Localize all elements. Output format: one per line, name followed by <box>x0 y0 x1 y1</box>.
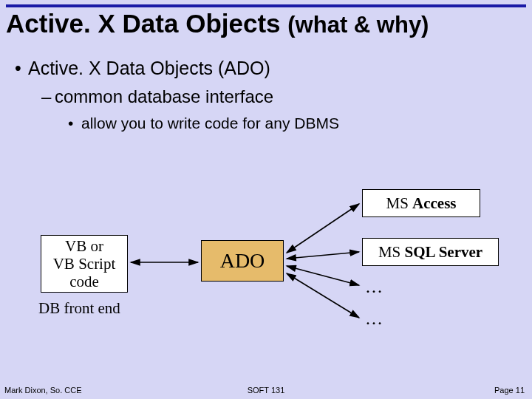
footer-course: SOFT 131 <box>0 386 532 395</box>
slide: Active. X Data Objects (what & why) •Act… <box>0 0 532 399</box>
arrow-ado-to-sqlserver <box>287 252 359 259</box>
bullet-list: •Active. X Data Objects (ADO) –common da… <box>15 58 339 140</box>
title-rule <box>6 4 526 7</box>
footer-page: Page 11 <box>494 386 525 395</box>
bullet-3-text: allow you to write code for any DBMS <box>81 115 339 132</box>
dash-icon: – <box>41 86 55 107</box>
bullet-level-1: •Active. X Data Objects (ADO) <box>15 58 339 79</box>
bullet-level-3: •allow you to write code for any DBMS <box>68 115 339 132</box>
arrow-ado-to-ellipsis2 <box>287 273 359 318</box>
bullet-level-2: –common database interface <box>41 86 339 107</box>
diagram: VB or VB Script code DB front end ADO MS… <box>0 185 532 355</box>
bullet-dot-icon: • <box>68 115 81 132</box>
title-paren: (what & why) <box>287 12 429 38</box>
arrow-ado-to-access <box>287 204 359 253</box>
slide-title: Active. X Data Objects (what & why) <box>6 9 429 38</box>
bullet-1-text: Active. X Data Objects (ADO) <box>28 58 270 78</box>
arrow-ado-to-ellipsis1 <box>287 266 359 285</box>
diagram-arrows <box>0 185 532 355</box>
bullet-dot-icon: • <box>15 58 28 79</box>
title-main: Active. X Data Objects <box>6 9 281 38</box>
bullet-2-text: common database interface <box>55 86 273 106</box>
